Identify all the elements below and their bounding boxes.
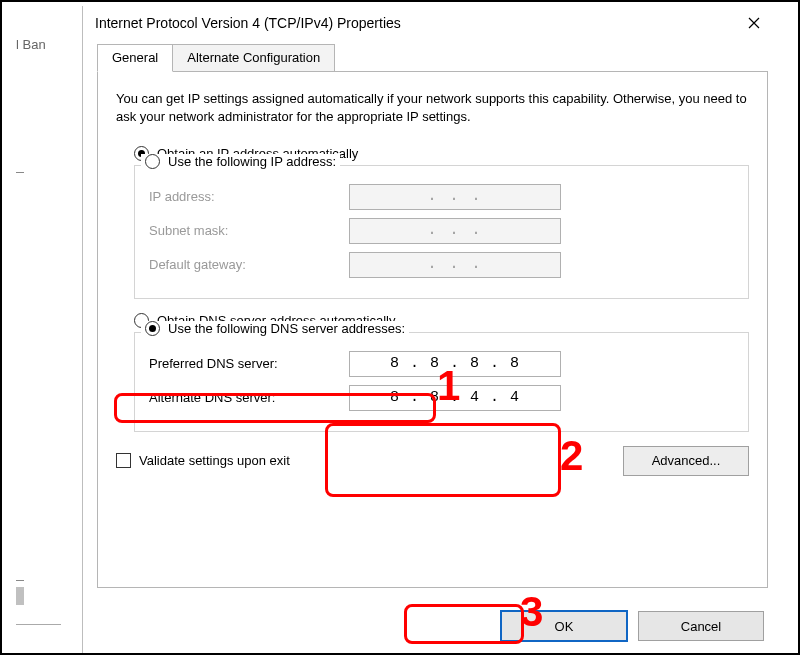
- tab-general[interactable]: General: [97, 44, 173, 72]
- ip-address-input: . . .: [349, 184, 561, 210]
- description-text: You can get IP settings assigned automat…: [116, 90, 749, 126]
- radio-use-following-dns-label: Use the following DNS server addresses:: [168, 321, 405, 336]
- radio-use-following-ip[interactable]: [145, 154, 160, 169]
- radio-use-following-ip-label: Use the following IP address:: [168, 154, 336, 169]
- ipv4-properties-dialog: Internet Protocol Version 4 (TCP/IPv4) P…: [82, 6, 782, 654]
- ok-button[interactable]: OK: [500, 610, 628, 642]
- dns-fieldset: Use the following DNS server addresses: …: [134, 332, 749, 432]
- default-gateway-input: . . .: [349, 252, 561, 278]
- radio-use-following-dns[interactable]: [145, 321, 160, 336]
- alternate-dns-input[interactable]: 8 . 8 . 4 . 4: [349, 385, 561, 411]
- preferred-dns-label: Preferred DNS server:: [149, 356, 349, 371]
- cancel-button[interactable]: Cancel: [638, 611, 764, 641]
- background-scrollbar-fragment: [16, 587, 24, 605]
- dialog-footer: OK Cancel: [83, 598, 782, 654]
- alternate-dns-label: Alternate DNS server:: [149, 390, 349, 405]
- preferred-dns-input[interactable]: 8 . 8 . 8 . 8: [349, 351, 561, 377]
- default-gateway-label: Default gateway:: [149, 257, 349, 272]
- validate-checkbox-label: Validate settings upon exit: [139, 453, 290, 468]
- dialog-title: Internet Protocol Version 4 (TCP/IPv4) P…: [95, 15, 732, 31]
- ip-fieldset: Use the following IP address: IP address…: [134, 165, 749, 299]
- subnet-mask-label: Subnet mask:: [149, 223, 349, 238]
- tab-alternate-configuration[interactable]: Alternate Configuration: [173, 44, 335, 72]
- background-line: [16, 624, 61, 625]
- background-text-fragment: l Ban: [16, 37, 68, 52]
- subnet-mask-input: . . .: [349, 218, 561, 244]
- validate-checkbox[interactable]: [116, 453, 131, 468]
- advanced-button[interactable]: Advanced...: [623, 446, 749, 476]
- tabstrip: General Alternate Configuration: [97, 44, 782, 72]
- background-line: [16, 580, 24, 581]
- background-line: [16, 172, 24, 173]
- close-button[interactable]: [732, 8, 776, 38]
- tab-panel-general: You can get IP settings assigned automat…: [97, 71, 768, 588]
- close-icon: [748, 17, 760, 29]
- titlebar: Internet Protocol Version 4 (TCP/IPv4) P…: [83, 6, 782, 40]
- ip-address-label: IP address:: [149, 189, 349, 204]
